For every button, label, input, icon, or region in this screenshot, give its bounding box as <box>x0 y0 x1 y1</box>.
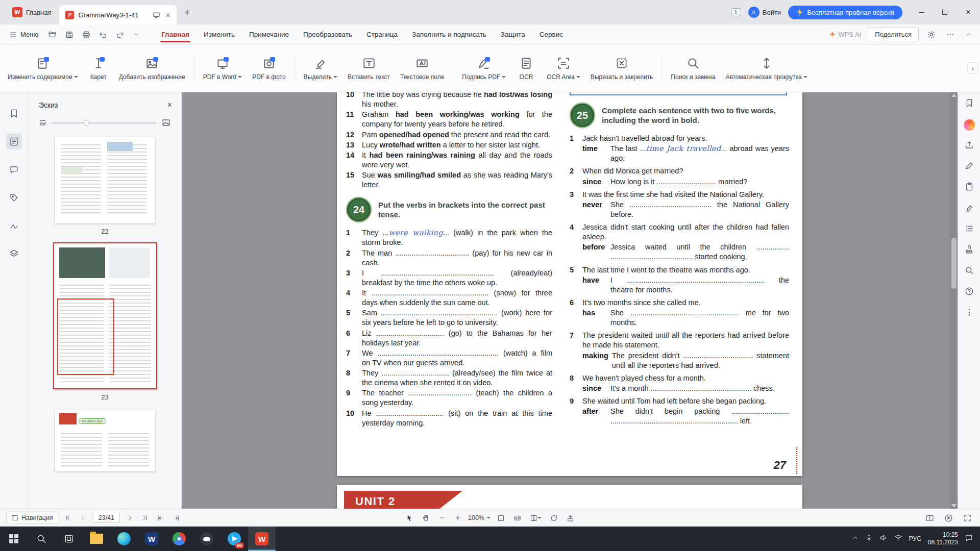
outline-panel-button[interactable] <box>6 106 22 121</box>
hidden-icons-button[interactable] <box>851 534 859 543</box>
zoom-in-button[interactable] <box>452 513 463 522</box>
file-explorer-button[interactable] <box>83 527 110 551</box>
help-button[interactable] <box>965 287 974 298</box>
document-area[interactable]: 10The little boy was crying because he h… <box>182 92 958 509</box>
collapse-ribbon-button[interactable] <box>963 30 974 39</box>
attachments-panel-button[interactable] <box>6 190 22 206</box>
tool-pdf-to-photo[interactable]: PDF в фото <box>248 54 290 84</box>
open-file-button[interactable] <box>46 29 59 40</box>
tab-close-icon[interactable]: × <box>164 11 172 19</box>
document-scrollbar[interactable] <box>950 92 958 509</box>
tab-home[interactable]: Главная <box>155 27 195 42</box>
volume-tray-icon[interactable] <box>879 534 888 544</box>
tab-comment[interactable]: Примечание <box>243 27 295 42</box>
wps-ai-button[interactable]: WPS AI <box>829 31 861 38</box>
telegram-button[interactable]: 50 <box>220 527 248 551</box>
home-tab[interactable]: W Главная <box>4 0 59 24</box>
tool-add-image[interactable]: Добавить изображение <box>114 54 190 84</box>
close-button[interactable]: × <box>957 0 980 24</box>
zoom-out-button[interactable] <box>436 513 448 522</box>
edge-button[interactable] <box>110 527 138 551</box>
tool-cut-and-pin[interactable]: Вырезать и закрепить <box>586 54 657 84</box>
last-page-button[interactable] <box>139 513 151 522</box>
page-thumbnail-24[interactable]: Revision Box <box>55 410 155 471</box>
taskbar-search-button[interactable] <box>28 527 55 551</box>
more-tools-button[interactable] <box>965 308 974 319</box>
task-view-button[interactable] <box>55 527 83 551</box>
tool-search-replace[interactable]: Поиск и замена <box>666 54 720 84</box>
ai-assistant-icon[interactable] <box>964 119 975 131</box>
action-center-button[interactable] <box>965 534 973 544</box>
presentation-button[interactable] <box>942 513 955 523</box>
rotate-button[interactable] <box>548 513 560 523</box>
page-indicator[interactable]: 23/41 <box>93 513 120 523</box>
network-tray-icon[interactable] <box>894 534 902 544</box>
export-panel-button[interactable] <box>965 140 974 152</box>
share-button[interactable]: Поделиться <box>868 28 919 41</box>
highlight-panel-button[interactable] <box>965 203 974 214</box>
tab-convert[interactable]: Преобразовать <box>297 27 358 42</box>
actual-size-button[interactable] <box>495 513 507 523</box>
wps-office-button[interactable]: W <box>248 527 276 551</box>
chrome-button[interactable] <box>165 527 193 551</box>
select-tool-button[interactable] <box>404 513 415 523</box>
tool-text-field[interactable]: Текстовое поле <box>396 54 449 84</box>
slider-handle[interactable] <box>83 120 89 126</box>
bookmark-panel-button[interactable] <box>965 98 974 110</box>
tool-highlight[interactable]: Выделить <box>299 54 342 84</box>
search-panel-button[interactable] <box>965 266 974 277</box>
page-thumbnail-22[interactable] <box>55 137 155 223</box>
clipboard-panel-button[interactable] <box>965 182 974 193</box>
menu-button[interactable]: Меню <box>6 29 41 41</box>
layers-panel-button[interactable] <box>6 246 22 262</box>
tab-protect[interactable]: Защита <box>495 27 531 42</box>
minimize-button[interactable] <box>910 0 933 24</box>
fit-width-button[interactable] <box>511 513 523 523</box>
redo-button[interactable] <box>114 29 126 40</box>
word-button[interactable]: W <box>138 527 165 551</box>
panel-close-icon[interactable]: × <box>167 101 172 110</box>
language-indicator[interactable]: РУС <box>909 535 921 542</box>
thumbnails-panel-button[interactable] <box>6 134 22 149</box>
zoom-level-dropdown[interactable]: 100% <box>468 514 491 521</box>
scroll-down-icon[interactable] <box>951 504 957 508</box>
navigation-button[interactable]: Навигация <box>6 512 58 524</box>
discord-button[interactable] <box>193 527 220 551</box>
history-dropdown[interactable] <box>131 30 141 39</box>
start-button[interactable] <box>0 527 28 551</box>
comments-panel-button[interactable] <box>6 162 22 178</box>
settings-button[interactable] <box>925 29 938 40</box>
maximize-button[interactable] <box>933 0 957 24</box>
previous-page-button[interactable] <box>78 513 89 522</box>
tab-fill-sign[interactable]: Заполнить и подписать <box>406 27 493 42</box>
visible-area-indicator[interactable] <box>57 298 114 375</box>
new-tab-button[interactable]: + <box>177 6 197 18</box>
save-button[interactable] <box>63 29 76 40</box>
book-view-button[interactable] <box>923 513 936 523</box>
toc-panel-button[interactable] <box>965 224 974 235</box>
undo-button[interactable] <box>97 29 109 40</box>
share-view-button[interactable] <box>565 513 576 523</box>
edit-panel-button[interactable] <box>965 161 974 172</box>
previous-view-button[interactable] <box>155 513 166 523</box>
tool-auto-scroll[interactable]: Автоматическая прокрутка <box>721 54 812 84</box>
tool-ocr-area[interactable]: OCR Area <box>542 54 585 84</box>
page-layout-button[interactable] <box>528 513 544 523</box>
more-button[interactable] <box>944 29 957 40</box>
first-page-button[interactable] <box>62 513 74 522</box>
fullscreen-button[interactable] <box>961 513 974 523</box>
tool-edit-content[interactable]: Изменить содержимое <box>3 54 83 84</box>
microphone-tray-icon[interactable] <box>865 534 873 544</box>
trial-version-button[interactable]: Бесплатная пробная версия <box>788 6 902 19</box>
tool-insert-text[interactable]: Вставить текст <box>343 54 395 84</box>
tool-sign-pdf[interactable]: Подпись PDF <box>457 54 510 84</box>
page-thumbnail-23[interactable] <box>53 242 157 389</box>
document-tab[interactable]: P GrammarWay3-1-41 × <box>59 5 177 24</box>
login-button[interactable]: Войти <box>748 7 781 18</box>
tool-ocr[interactable]: OCR <box>511 54 541 84</box>
hand-tool-button[interactable] <box>420 513 432 523</box>
signature-panel-button[interactable] <box>6 218 22 234</box>
toolbar-overflow-button[interactable]: › <box>967 62 978 74</box>
tool-pdf-to-word[interactable]: PDF в Word <box>199 54 247 84</box>
next-page-button[interactable] <box>124 513 135 522</box>
